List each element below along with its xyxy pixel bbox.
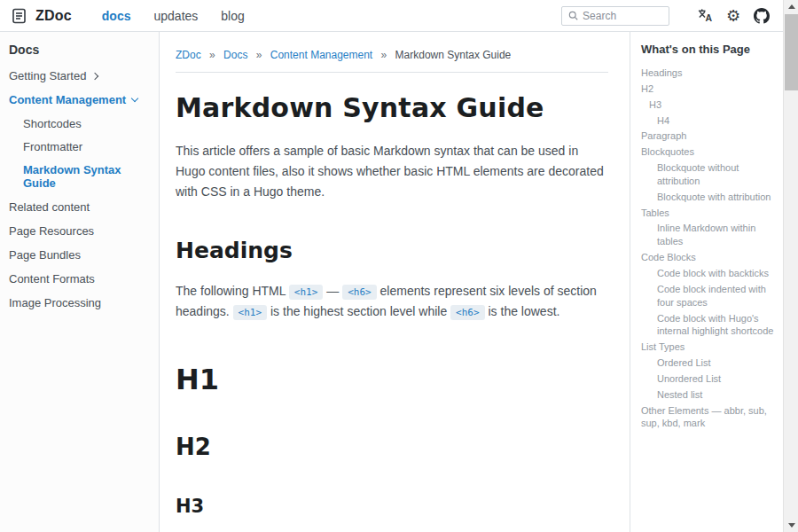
toc-item[interactable]: Other Elements — abbr, sub, sup, kbd, ma… — [641, 404, 776, 431]
chevron-right-icon — [91, 72, 98, 79]
sidebar-item-page-bundles[interactable]: Page Bundles — [9, 248, 150, 262]
toc-item[interactable]: Headings — [641, 66, 776, 80]
toc-item[interactable]: Code Blocks — [641, 251, 776, 264]
toc-panel: What's on this Page Headings H2 H3 H4 Pa… — [630, 32, 783, 532]
scroll-down-arrow[interactable] — [784, 519, 798, 532]
svg-text:A: A — [705, 13, 712, 23]
scrollbar[interactable] — [783, 0, 798, 532]
inline-code-h6: <h6> — [342, 285, 377, 300]
breadcrumb-link-docs[interactable]: Docs — [223, 49, 247, 61]
sidebar-item-image-processing[interactable]: Image Processing — [9, 296, 150, 309]
main-nav: docs updates blog — [102, 9, 245, 23]
toc-title: What's on this Page — [641, 43, 776, 56]
search-box[interactable] — [561, 6, 669, 26]
brand-title[interactable]: ZDoc — [35, 8, 72, 24]
sidebar-title: Docs — [9, 43, 150, 57]
toc-list: Headings H2 H3 H4 Paragraph Blockquotes … — [641, 66, 776, 430]
sidebar-item-shortcodes[interactable]: Shortcodes — [23, 117, 150, 130]
toc-item[interactable]: H4 — [641, 114, 776, 128]
gear-icon[interactable]: ⚙ — [723, 5, 744, 27]
demo-heading-h3: H3 — [176, 496, 608, 517]
breadcrumb-separator: » — [209, 49, 215, 61]
toc-item[interactable]: List Types — [641, 340, 776, 354]
toc-item[interactable]: Blockquote without attribution — [641, 161, 776, 188]
toc-item[interactable]: H3 — [641, 98, 776, 112]
github-icon[interactable] — [751, 5, 772, 27]
nav-blog[interactable]: blog — [221, 9, 244, 23]
logo-icon[interactable] — [11, 7, 28, 25]
toc-item[interactable]: Code block with Hugo's internal highligh… — [641, 312, 776, 339]
inline-code-h1: <h1> — [233, 305, 268, 320]
breadcrumb-separator: » — [381, 49, 387, 61]
sidebar-item-getting-started[interactable]: Getting Started — [9, 69, 150, 82]
app-window: ZDoc docs updates blog A ⚙ — [0, 0, 798, 532]
paragraph-text: is the lowest. — [485, 304, 560, 318]
scrollbar-thumb[interactable] — [785, 14, 798, 90]
search-input[interactable] — [583, 10, 662, 22]
breadcrumb-divider — [176, 72, 608, 73]
inline-code-h1: <h1> — [289, 285, 324, 300]
intro-paragraph: This article offers a sample of basic Ma… — [176, 141, 608, 202]
inline-code-h6: <h6> — [450, 305, 485, 320]
headings-section-title: Headings — [176, 238, 608, 263]
headings-paragraph: The following HTML <h1> — <h6> elements … — [176, 281, 608, 322]
topbar: ZDoc docs updates blog A ⚙ — [0, 0, 783, 32]
docs-sidebar: Docs Getting Started Content Management … — [0, 32, 160, 532]
toc-item[interactable]: H2 — [641, 82, 776, 96]
search-icon — [568, 10, 578, 21]
paragraph-text: is the highest section level while — [267, 304, 450, 318]
toc-item[interactable]: Unordered List — [641, 372, 776, 386]
breadcrumb: ZDoc » Docs » Content Management » Markd… — [176, 49, 608, 61]
heading-samples: H1 H2 H3 H4 H5 H6 — [176, 363, 608, 532]
nav-updates[interactable]: updates — [154, 9, 199, 23]
toc-item[interactable]: Blockquote with attribution — [641, 191, 776, 204]
sidebar-item-page-resources[interactable]: Page Resources — [9, 224, 150, 238]
breadcrumb-current: Markdown Syntax Guide — [395, 49, 512, 61]
toc-item[interactable]: Code block with backticks — [641, 267, 776, 280]
demo-heading-h1: H1 — [176, 363, 608, 396]
toc-item[interactable]: Nested list — [641, 388, 776, 402]
toc-item[interactable]: Paragraph — [641, 129, 776, 143]
sidebar-item-markdown-syntax-guide[interactable]: Markdown Syntax Guide — [23, 163, 150, 190]
toc-item[interactable]: Tables — [641, 207, 776, 220]
toc-item[interactable]: Blockquotes — [641, 145, 776, 159]
nav-docs[interactable]: docs — [102, 9, 131, 23]
scroll-up-arrow[interactable] — [784, 0, 798, 13]
page-layout: Docs Getting Started Content Management … — [0, 32, 783, 532]
main-content: ZDoc » Docs » Content Management » Markd… — [160, 32, 630, 532]
sidebar-item-content-formats[interactable]: Content Formats — [9, 272, 150, 286]
sidebar-item-content-management[interactable]: Content Management — [9, 93, 150, 106]
translate-icon[interactable]: A — [694, 5, 716, 27]
sidebar-list: Getting Started Content Management Short… — [9, 69, 150, 309]
breadcrumb-separator: » — [256, 49, 262, 61]
paragraph-text: — — [323, 284, 342, 298]
sidebar-item-related-content[interactable]: Related content — [9, 200, 150, 214]
demo-heading-h2: H2 — [176, 434, 608, 460]
sidebar-item-frontmatter[interactable]: Frontmatter — [23, 140, 150, 153]
paragraph-text: The following HTML — [176, 284, 289, 298]
chevron-down-icon — [131, 95, 138, 102]
toc-item[interactable]: Inline Markdown within tables — [641, 222, 776, 248]
toc-item[interactable]: Code block indented with four spaces — [641, 283, 776, 309]
breadcrumb-link-zdoc[interactable]: ZDoc — [176, 49, 201, 61]
page-title: Markdown Syntax Guide — [176, 92, 608, 123]
toc-item[interactable]: Ordered List — [641, 356, 776, 370]
breadcrumb-link-content-management[interactable]: Content Management — [270, 49, 372, 61]
